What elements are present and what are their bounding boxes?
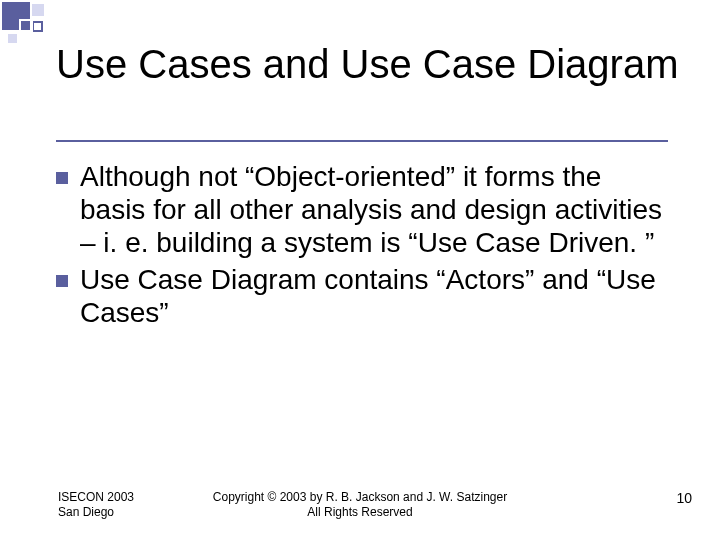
slide: Use Cases and Use Case Diagram Although … — [0, 0, 720, 540]
bullet-marker-icon — [56, 172, 68, 184]
footer-center-line2: All Rights Reserved — [0, 505, 720, 520]
svg-rect-2 — [8, 34, 17, 43]
bullet-marker-icon — [56, 275, 68, 287]
corner-decoration — [0, 0, 60, 48]
bullet-item: Although not “Object-oriented” it forms … — [56, 160, 668, 259]
slide-body: Although not “Object-oriented” it forms … — [56, 160, 668, 333]
page-number: 10 — [676, 490, 692, 506]
title-underline — [56, 140, 668, 142]
slide-title: Use Cases and Use Case Diagram — [56, 42, 680, 87]
svg-rect-1 — [32, 4, 44, 16]
bullet-text: Use Case Diagram contains “Actors” and “… — [80, 263, 668, 329]
footer-center: Copyright © 2003 by R. B. Jackson and J.… — [0, 490, 720, 520]
bullet-text: Although not “Object-oriented” it forms … — [80, 160, 668, 259]
bullet-item: Use Case Diagram contains “Actors” and “… — [56, 263, 668, 329]
svg-rect-3 — [33, 22, 42, 31]
svg-rect-0 — [2, 2, 30, 30]
footer-center-line1: Copyright © 2003 by R. B. Jackson and J.… — [0, 490, 720, 505]
